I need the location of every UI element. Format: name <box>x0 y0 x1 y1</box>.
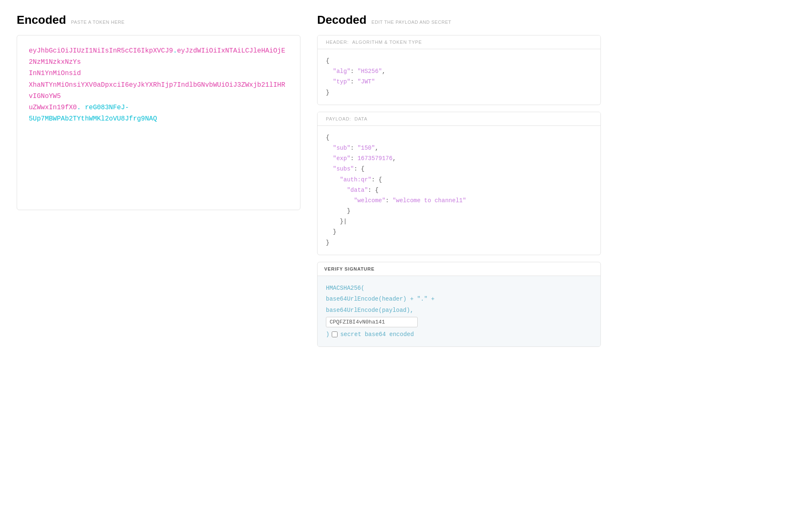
payload-section: PAYLOAD: DATA { "sub": "150", "exp": 167… <box>317 112 601 255</box>
decoded-title-text: Decoded <box>317 13 366 27</box>
verify-line2: base64UrlEncode(header) + "." + <box>326 294 592 305</box>
left-panel: Encoded PASTE A TOKEN HERE eyJhbGciOiJIU… <box>17 13 300 347</box>
header-section-body[interactable]: { "alg": "HS256", "typ": "JWT" } <box>318 49 600 105</box>
verify-body: HMACSHA256( base64UrlEncode(header) + ".… <box>318 276 600 346</box>
verify-line1: HMACSHA256( <box>326 283 592 294</box>
verify-input-line <box>326 317 592 327</box>
header-section-sublabel: ALGORITHM & TOKEN TYPE <box>352 40 422 45</box>
close-paren: ) <box>326 329 329 340</box>
encoded-title-text: Encoded <box>17 13 66 27</box>
verify-section: VERIFY SIGNATURE HMACSHA256( base64UrlEn… <box>317 262 601 347</box>
decoded-subtitle: EDIT THE PAYLOAD AND SECRET <box>371 20 451 25</box>
right-panel: Decoded EDIT THE PAYLOAD AND SECRET HEAD… <box>317 13 601 347</box>
encoded-token: eyJhbGciOiJIUzI1NiIsInR5cCI6IkpXVCJ9.eyJ… <box>29 45 288 125</box>
token-header-part: eyJhbGciOiJIUzI1NiIsInR5cCI6IkpXVCJ9 <box>29 47 173 55</box>
token-payload-part: eyJzdWIiOiIxNTAiLCJleHAiOjE2NzM1NzkxNzYs… <box>29 47 285 111</box>
verify-line3: base64UrlEncode(payload), <box>326 305 592 316</box>
header-section: HEADER: ALGORITHM & TOKEN TYPE { "alg": … <box>317 35 601 105</box>
header-json: { "alg": "HS256", "typ": "JWT" } <box>326 56 592 98</box>
secret-base64-label: secret base64 encoded <box>340 329 414 340</box>
header-section-label: HEADER: ALGORITHM & TOKEN TYPE <box>318 35 600 49</box>
main-layout: Encoded PASTE A TOKEN HERE eyJhbGciOiJIU… <box>17 13 601 347</box>
payload-json: { "sub": "150", "exp": 1673579176, "subs… <box>326 133 592 248</box>
token-dot1: . <box>173 47 177 55</box>
payload-section-sublabel: DATA <box>354 116 367 121</box>
token-dot2: . <box>77 104 81 111</box>
verify-code: HMACSHA256( base64UrlEncode(header) + ".… <box>326 283 592 340</box>
payload-section-body[interactable]: { "sub": "150", "exp": 1673579176, "subs… <box>318 126 600 255</box>
encoded-subtitle: PASTE A TOKEN HERE <box>71 20 125 25</box>
verify-header-label: VERIFY SIGNATURE <box>318 262 600 276</box>
base64-checkbox[interactable] <box>332 331 338 337</box>
encoded-box[interactable]: eyJhbGciOiJIUzI1NiIsInR5cCI6IkpXVCJ9.eyJ… <box>17 35 300 210</box>
decoded-title: Decoded EDIT THE PAYLOAD AND SECRET <box>317 13 601 27</box>
secret-label-line: ) secret base64 encoded <box>326 329 592 340</box>
encoded-title: Encoded PASTE A TOKEN HERE <box>17 13 300 27</box>
payload-section-label: PAYLOAD: DATA <box>318 112 600 126</box>
secret-input[interactable] <box>326 317 418 327</box>
